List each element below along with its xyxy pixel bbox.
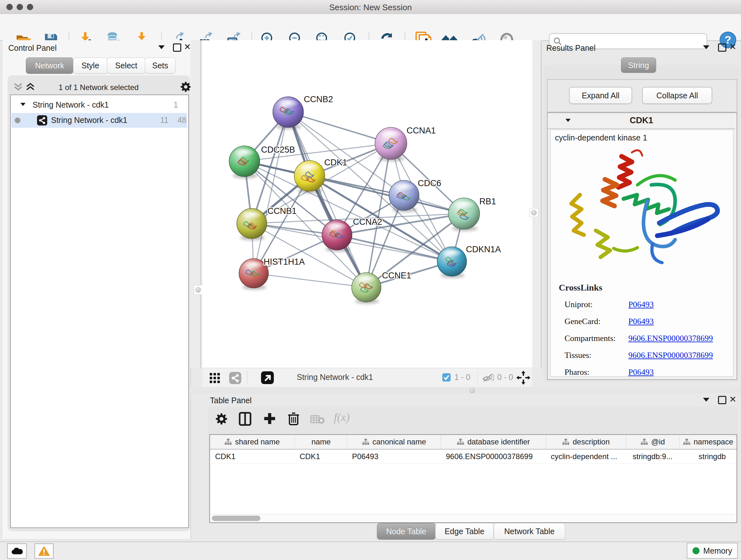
column-header-label: canonical name	[373, 437, 426, 446]
splitter-line	[200, 40, 201, 368]
network-node[interactable]: CCNA1	[375, 126, 436, 161]
collapse-all-button[interactable]: Collapse All	[642, 87, 712, 104]
network-node[interactable]: CDKN1A	[437, 245, 501, 278]
node-label: CCNA1	[407, 126, 436, 135]
left-splitter-handle[interactable]	[194, 285, 203, 295]
network-node[interactable]: CDC6	[389, 179, 441, 212]
results-panel-title: Results Panel	[546, 44, 596, 53]
control-panel-close-button[interactable]: ✕	[184, 43, 191, 51]
results-panel-float-button[interactable]	[703, 45, 710, 49]
scrollbar-thumb[interactable]	[212, 516, 260, 521]
network-options-gear-icon[interactable]	[180, 81, 192, 92]
selected-checkbox-icon[interactable]	[442, 373, 451, 381]
network-view-share-icon[interactable]	[229, 372, 241, 384]
expand-all-icon[interactable]	[25, 82, 35, 91]
table-columns-icon[interactable]	[239, 412, 252, 426]
table-add-icon[interactable]	[263, 412, 276, 425]
warnings-button[interactable]	[35, 543, 54, 559]
table-panel-maximize-button[interactable]	[718, 396, 726, 404]
grid-view-icon[interactable]	[209, 373, 220, 383]
tab-sets[interactable]: Sets	[145, 57, 176, 74]
network-node[interactable]: HIST1H1A	[239, 257, 305, 290]
right-splitter[interactable]	[532, 40, 542, 368]
results-panel: Results Panel ✕ String Expand All Collap…	[542, 40, 741, 387]
column-header-label: shared name	[235, 437, 280, 446]
table-cell[interactable]: P06493	[347, 449, 446, 463]
results-panel-maximize-button[interactable]	[718, 44, 726, 52]
column-tree-icon	[225, 438, 232, 445]
table-cell[interactable]: CDK1	[210, 449, 300, 463]
table-cell[interactable]: stringdb	[679, 449, 737, 463]
network-tree: String Network - cdk1 1 String Network -…	[10, 95, 189, 528]
column-header-canonical-name[interactable]: canonical name	[347, 435, 441, 449]
table-cell[interactable]: 9606.ENSP00000378699	[441, 449, 551, 463]
network-edge[interactable]	[337, 235, 452, 261]
network-node[interactable]: CCNB2	[273, 95, 333, 129]
network-canvas[interactable]: CCNB2CCNA1CDC25BCDK1CDC6RB1CCNB1CCNA2CDK…	[202, 40, 532, 368]
horizontal-splitter[interactable]	[191, 387, 741, 393]
fit-content-crosshair-icon[interactable]	[516, 371, 530, 385]
tree-expand-caret[interactable]	[20, 103, 25, 106]
table-row[interactable]: CDK1CDK1P064939606.ENSP00000378699cyclin…	[210, 449, 737, 464]
node-section-header[interactable]: CDK1	[548, 113, 735, 129]
column-header-shared-name[interactable]: shared name	[210, 435, 294, 449]
tab-string[interactable]: String	[621, 57, 656, 73]
window-title: Session: New Session	[0, 3, 741, 12]
control-panel-title: Control Panel	[8, 44, 57, 53]
table-cell[interactable]: CDK1	[294, 449, 352, 463]
crosslink-value-link[interactable]: P06493	[628, 300, 654, 309]
table-header-row[interactable]: shared namenamecanonical namedatabase id…	[210, 435, 737, 449]
crosslink-label: Tissues:	[564, 351, 628, 360]
column-header-description[interactable]: description	[546, 435, 626, 449]
node-section-title: CDK1	[548, 116, 735, 125]
title-bar: Session: New Session	[0, 0, 741, 14]
table-panel-body: f(x) shared namenamecanonical namedataba…	[207, 406, 738, 523]
node-label: CCNB2	[304, 95, 333, 104]
column-tree-icon	[362, 438, 369, 445]
collapse-all-icon[interactable]	[13, 82, 23, 91]
tab-edge-table[interactable]: Edge Table	[435, 523, 494, 540]
right-splitter-handle[interactable]	[529, 208, 538, 217]
crosslink-value-link[interactable]: 9606.ENSP00000378699	[628, 351, 713, 360]
results-node-section: CDK1 cyclin-dependent kinase 1	[547, 112, 737, 380]
tab-style[interactable]: Style	[73, 57, 108, 74]
memory-button[interactable]: Memory	[687, 543, 738, 559]
crosslink-value-link[interactable]: P06493	[628, 317, 654, 326]
crosslink-value-link[interactable]: P06493	[628, 368, 654, 377]
tab-select[interactable]: Select	[107, 57, 145, 74]
tab-network-table[interactable]: Network Table	[494, 523, 565, 540]
network-node[interactable]: RB1	[448, 197, 496, 231]
expand-all-button[interactable]: Expand All	[569, 87, 632, 104]
crosslink-value-link[interactable]: 9606.ENSP00000378699	[628, 334, 713, 343]
birds-eye-view-icon[interactable]	[261, 371, 274, 384]
column-header-database-identifier[interactable]: database identifier	[441, 435, 546, 449]
function-builder-icon-disabled: f(x)	[334, 411, 350, 424]
tab-network[interactable]: Network	[26, 57, 73, 74]
table-delete-icon[interactable]	[287, 411, 300, 426]
tab-node-table[interactable]: Node Table	[377, 523, 435, 540]
control-panel-maximize-button[interactable]	[173, 44, 181, 52]
network-node[interactable]: CDK1	[294, 158, 347, 193]
table-panel-title: Table Panel	[210, 396, 252, 405]
network-node[interactable]: CDC25B	[229, 145, 295, 179]
left-splitter[interactable]	[191, 40, 202, 368]
table-panel-float-button[interactable]	[703, 398, 710, 401]
control-panel-float-button[interactable]	[158, 45, 165, 49]
column-header-namespace[interactable]: namespace	[679, 435, 737, 449]
horizontal-splitter-handle[interactable]	[469, 388, 475, 393]
table-gear-icon[interactable]	[215, 413, 228, 425]
network-tree-parent-row[interactable]: String Network - cdk1 1	[11, 99, 187, 112]
table-cell[interactable]: stringdb:9...	[626, 449, 679, 463]
table-horizontal-scrollbar[interactable]	[210, 514, 737, 523]
column-header--id[interactable]: @id	[626, 435, 680, 449]
network-tree-selected-row[interactable]: String Network - cdk1 11 48	[11, 113, 187, 128]
network-collection-label: String Network - cdk1	[32, 100, 109, 110]
network-edge[interactable]	[254, 273, 366, 287]
network-view-toolbar: String Network - cdk1 1 - 0 0 - 0	[202, 368, 532, 387]
table-cell[interactable]: cyclin-dependent ...	[546, 449, 631, 463]
cloud-status-button[interactable]	[7, 543, 27, 559]
results-panel-close-button[interactable]: ✕	[729, 43, 737, 51]
hidden-eye-icon[interactable]	[482, 373, 494, 382]
column-header-name[interactable]: name	[294, 435, 347, 449]
table-panel-close-button[interactable]: ✕	[729, 395, 737, 404]
